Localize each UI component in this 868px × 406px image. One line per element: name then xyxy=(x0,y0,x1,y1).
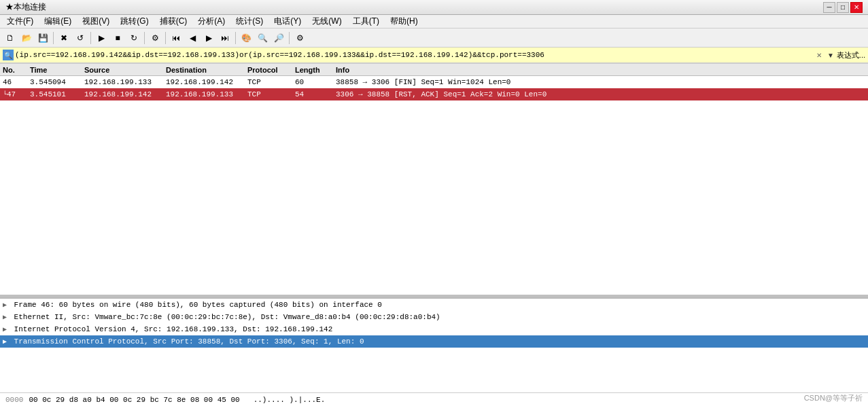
detail-text: Ethernet II, Src: Vmware_bc:7c:8e (00:0c… xyxy=(14,313,440,321)
col-header-destination: Destination xyxy=(166,66,247,74)
table-row[interactable]: └47 3.545101 192.168.199.142 192.168.199… xyxy=(0,88,868,100)
cell-destination: 192.168.199.133 xyxy=(166,90,247,98)
cell-no: └47 xyxy=(3,90,30,98)
filter-dropdown-button[interactable]: ▼ xyxy=(826,52,835,59)
restore-button[interactable]: □ xyxy=(837,2,849,13)
hex-pane: 0000 00 0c 29 d8 a0 b4 00 0c 29 bc 7c 8e… xyxy=(0,392,868,406)
menu-item[interactable]: 无线(W) xyxy=(308,16,345,27)
hex-offset: 0000 xyxy=(5,396,23,404)
toolbar-capture-stop[interactable]: ■ xyxy=(110,31,125,45)
cell-length: 54 xyxy=(295,90,336,98)
toolbar-scroll-end[interactable]: ⏭ xyxy=(218,31,232,45)
cell-info: 3306 → 38858 [RST, ACK] Seq=1 Ack=2 Win=… xyxy=(336,90,865,98)
col-header-source: Source xyxy=(84,66,166,74)
cell-source: 192.168.199.142 xyxy=(84,90,166,98)
toolbar-capture-options[interactable]: ⚙ xyxy=(147,31,162,45)
toolbar-zoom-in[interactable]: 🔍 xyxy=(255,31,270,45)
toolbar-scroll-start[interactable]: ⏮ xyxy=(169,31,184,45)
detail-arrow: ▶ xyxy=(3,313,10,321)
col-header-protocol: Protocol xyxy=(247,66,295,74)
cell-time: 3.545094 xyxy=(30,78,84,86)
detail-text: Transmission Control Protocol, Src Port:… xyxy=(14,337,364,346)
menu-bar: 文件(F)编辑(E)视图(V)跳转(G)捕获(C)分析(A)统计(S)电话(Y)… xyxy=(0,15,868,29)
detail-arrow: ▶ xyxy=(3,325,10,333)
window-title: ★本地连接 xyxy=(5,1,46,13)
title-controls: ─ □ ✕ xyxy=(823,2,863,13)
detail-arrow: ▶ xyxy=(3,337,10,346)
menu-item[interactable]: 跳转(G) xyxy=(116,16,152,27)
menu-item[interactable]: 统计(S) xyxy=(232,16,267,27)
detail-text: Frame 46: 60 bytes on wire (480 bits), 6… xyxy=(14,301,382,309)
close-button[interactable]: ✕ xyxy=(850,2,863,13)
toolbar-sep-4 xyxy=(165,32,166,44)
menu-item[interactable]: 捕获(C) xyxy=(156,16,192,27)
filter-expression-label[interactable]: 表达式... xyxy=(837,50,865,60)
toolbar-close-button[interactable]: ✖ xyxy=(56,31,71,45)
filter-bar: 🔍 ✕ ▼ 表达式... xyxy=(0,48,868,64)
menu-item[interactable]: 文件(F) xyxy=(3,16,37,27)
cell-length: 60 xyxy=(295,78,336,86)
toolbar-sep-6 xyxy=(289,32,290,44)
toolbar-settings[interactable]: ⚙ xyxy=(292,31,307,45)
detail-item[interactable]: ▶ Transmission Control Protocol, Src Por… xyxy=(0,335,868,348)
toolbar-scroll-prev[interactable]: ◀ xyxy=(185,31,200,45)
cell-no: 46 xyxy=(3,78,30,86)
cell-destination: 192.168.199.142 xyxy=(166,78,247,86)
toolbar: 🗋 📂 💾 ✖ ↺ ▶ ■ ↻ ⚙ ⏮ ◀ ▶ ⏭ 🎨 🔍 🔎 ⚙ xyxy=(0,29,868,48)
detail-arrow: ▶ xyxy=(3,301,10,309)
toolbar-new-button[interactable]: 🗋 xyxy=(3,31,18,45)
cell-info: 38858 → 3306 [FIN] Seq=1 Win=1024 Len=0 xyxy=(336,78,865,86)
column-headers: No. Time Source Destination Protocol Len… xyxy=(0,64,868,76)
detail-text: Internet Protocol Version 4, Src: 192.16… xyxy=(14,325,333,333)
title-bar: ★本地连接 ─ □ ✕ xyxy=(0,0,868,15)
packet-rows: 46 3.545094 192.168.199.133 192.168.199.… xyxy=(0,76,868,295)
toolbar-sep-2 xyxy=(90,32,91,44)
col-header-time: Time xyxy=(30,66,84,74)
toolbar-sep-1 xyxy=(53,32,54,44)
toolbar-save-button[interactable]: 💾 xyxy=(35,31,50,45)
toolbar-zoom-out[interactable]: 🔎 xyxy=(271,31,286,45)
toolbar-capture-restart[interactable]: ↻ xyxy=(126,31,141,45)
col-header-info: Info xyxy=(336,66,865,74)
toolbar-capture-start[interactable]: ▶ xyxy=(94,31,109,45)
hex-bytes: 00 0c 29 d8 a0 b4 00 0c 29 bc 7c 8e 08 0… xyxy=(29,396,239,404)
cell-source: 192.168.199.133 xyxy=(84,78,166,86)
toolbar-reload-button[interactable]: ↺ xyxy=(73,31,88,45)
menu-item[interactable]: 视图(V) xyxy=(78,16,114,27)
toolbar-colorize[interactable]: 🎨 xyxy=(239,31,254,45)
filter-indicator: 🔍 xyxy=(3,50,14,60)
filter-input[interactable] xyxy=(15,51,812,59)
toolbar-sep-5 xyxy=(235,32,236,44)
menu-item[interactable]: 编辑(E) xyxy=(40,16,75,27)
packet-list-container: No. Time Source Destination Protocol Len… xyxy=(0,64,868,295)
filter-clear-button[interactable]: ✕ xyxy=(814,50,824,60)
cell-time: 3.545101 xyxy=(30,90,84,98)
detail-item[interactable]: ▶ Frame 46: 60 bytes on wire (480 bits),… xyxy=(0,299,868,311)
toolbar-scroll-next[interactable]: ▶ xyxy=(201,31,216,45)
detail-pane: ▶ Frame 46: 60 bytes on wire (480 bits),… xyxy=(0,297,868,392)
hex-ascii: ..).... ).|...E. xyxy=(254,396,326,404)
menu-item[interactable]: 工具(T) xyxy=(349,16,383,27)
cell-protocol: TCP xyxy=(247,90,295,98)
cell-protocol: TCP xyxy=(247,78,295,86)
row-arrow: └ xyxy=(3,91,7,98)
minimize-button[interactable]: ─ xyxy=(823,2,835,13)
detail-item[interactable]: ▶ Ethernet II, Src: Vmware_bc:7c:8e (00:… xyxy=(0,311,868,323)
toolbar-open-button[interactable]: 📂 xyxy=(19,31,34,45)
menu-item[interactable]: 电话(Y) xyxy=(270,16,305,27)
table-row[interactable]: 46 3.545094 192.168.199.133 192.168.199.… xyxy=(0,76,868,88)
detail-item[interactable]: ▶ Internet Protocol Version 4, Src: 192.… xyxy=(0,323,868,335)
menu-item[interactable]: 帮助(H) xyxy=(386,16,422,27)
menu-item[interactable]: 分析(A) xyxy=(194,16,229,27)
col-header-no: No. xyxy=(3,66,30,74)
col-header-length: Length xyxy=(295,66,336,74)
toolbar-sep-3 xyxy=(144,32,145,44)
